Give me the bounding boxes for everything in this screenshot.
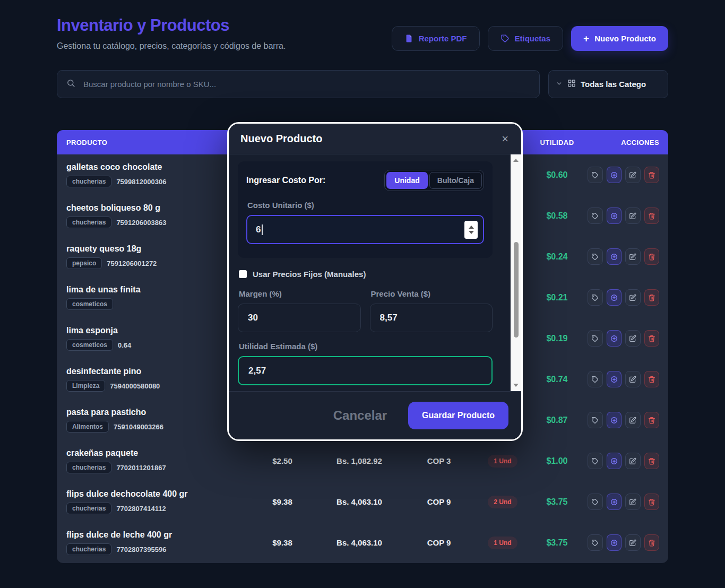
edit-button[interactable] bbox=[625, 534, 641, 551]
tag-action-button[interactable] bbox=[588, 371, 603, 387]
utility-value: $0.21 bbox=[527, 293, 588, 302]
row-actions bbox=[588, 534, 668, 551]
category-badge: Limpieza bbox=[66, 380, 105, 392]
new-product-modal: Nuevo Producto × Ingresar Costo Por: Uni… bbox=[227, 122, 523, 441]
delete-button[interactable] bbox=[644, 453, 660, 469]
row-actions bbox=[588, 289, 668, 306]
product-name: cheetos boliqueso 80 g bbox=[66, 203, 245, 213]
close-icon[interactable]: × bbox=[500, 132, 510, 146]
utility-value: $3.75 bbox=[527, 538, 588, 548]
tag-action-button[interactable] bbox=[588, 207, 603, 224]
labels-label: Etiquetas bbox=[515, 34, 551, 43]
edit-button[interactable] bbox=[625, 207, 641, 224]
estimated-utility-input[interactable] bbox=[238, 356, 493, 385]
add-stock-button[interactable] bbox=[607, 167, 622, 183]
add-stock-button[interactable] bbox=[607, 494, 622, 510]
tag-action-button[interactable] bbox=[588, 534, 603, 551]
bulk-toggle-button[interactable]: Bulto/Caja bbox=[429, 172, 482, 189]
page-title: Inventario y Productos bbox=[57, 16, 286, 35]
product-cell: cheetos boliqueso 80 g chucherias 759120… bbox=[57, 203, 245, 228]
row-actions bbox=[588, 248, 668, 265]
delete-button[interactable] bbox=[644, 167, 660, 183]
edit-button[interactable] bbox=[625, 248, 641, 265]
delete-button[interactable] bbox=[644, 371, 660, 387]
add-stock-button[interactable] bbox=[607, 330, 622, 347]
edit-button[interactable] bbox=[625, 494, 641, 510]
scroll-up-icon[interactable] bbox=[511, 156, 521, 165]
category-badge: cosmeticos bbox=[66, 298, 113, 310]
edit-button[interactable] bbox=[625, 453, 641, 469]
utility-value: $0.60 bbox=[527, 170, 588, 180]
modal-header: Nuevo Producto × bbox=[229, 124, 521, 154]
utility-value: $0.19 bbox=[527, 334, 588, 343]
add-stock-button[interactable] bbox=[607, 207, 622, 224]
add-stock-button[interactable] bbox=[607, 453, 622, 469]
delete-button[interactable] bbox=[644, 412, 660, 428]
add-stock-button[interactable] bbox=[607, 412, 622, 428]
pdf-file-icon bbox=[404, 34, 413, 43]
edit-button[interactable] bbox=[625, 289, 641, 306]
sale-price-input[interactable] bbox=[370, 304, 493, 332]
category-badge: Alimentos bbox=[66, 421, 109, 433]
tag-action-button[interactable] bbox=[588, 453, 603, 469]
margin-input[interactable] bbox=[238, 304, 361, 332]
price-usd: $9.38 bbox=[245, 497, 320, 506]
category-badge: chucherias bbox=[66, 543, 111, 555]
delete-button[interactable] bbox=[644, 534, 660, 551]
labels-button[interactable]: Etiquetas bbox=[488, 26, 564, 51]
report-pdf-button[interactable]: Reporte PDF bbox=[392, 26, 480, 51]
edit-button[interactable] bbox=[625, 330, 641, 347]
number-spinner[interactable] bbox=[464, 221, 478, 239]
add-stock-button[interactable] bbox=[607, 371, 622, 387]
delete-button[interactable] bbox=[644, 248, 660, 265]
tag-icon bbox=[500, 34, 510, 43]
new-product-label: Nuevo Producto bbox=[594, 34, 656, 43]
delete-button[interactable] bbox=[644, 289, 660, 306]
row-actions bbox=[588, 207, 668, 224]
tag-action-button[interactable] bbox=[588, 167, 603, 183]
cancel-button[interactable]: Cancelar bbox=[330, 408, 390, 423]
unit-cost-input[interactable] bbox=[246, 215, 484, 244]
scroll-down-icon[interactable] bbox=[511, 381, 521, 390]
spinner-up-icon[interactable] bbox=[469, 226, 474, 229]
spinner-down-icon[interactable] bbox=[469, 231, 474, 234]
edit-button[interactable] bbox=[625, 412, 641, 428]
product-name: crakeñas paquete bbox=[66, 448, 245, 458]
tag-action-button[interactable] bbox=[588, 248, 603, 265]
tag-action-button[interactable] bbox=[588, 330, 603, 347]
add-stock-button[interactable] bbox=[607, 248, 622, 265]
tag-action-button[interactable] bbox=[588, 412, 603, 428]
sale-price-label: Precio Venta ($) bbox=[371, 289, 493, 298]
product-cell: crakeñas paquete chucherias 770201120186… bbox=[57, 448, 245, 473]
report-pdf-label: Reporte PDF bbox=[419, 34, 467, 43]
toolbar: Todas las Catego bbox=[0, 70, 725, 98]
modal-scrollbar[interactable] bbox=[511, 154, 521, 391]
new-product-button[interactable]: + Nuevo Producto bbox=[571, 26, 668, 51]
fixed-prices-label: Usar Precios Fijos (Manuales) bbox=[253, 270, 366, 279]
edit-button[interactable] bbox=[625, 371, 641, 387]
price-bs: Bs. 1,082.92 bbox=[320, 456, 399, 465]
delete-button[interactable] bbox=[644, 494, 660, 510]
search-input[interactable] bbox=[82, 79, 530, 89]
utility-value: $0.74 bbox=[527, 375, 588, 384]
price-bs: Bs. 4,063.10 bbox=[320, 538, 399, 547]
margin-label: Margen (%) bbox=[239, 289, 361, 298]
topbar: Inventario y Productos Gestiona tu catál… bbox=[0, 0, 725, 51]
category-filter-dropdown[interactable]: Todas las Catego bbox=[548, 70, 668, 98]
edit-button[interactable] bbox=[625, 167, 641, 183]
add-stock-button[interactable] bbox=[607, 534, 622, 551]
delete-button[interactable] bbox=[644, 330, 660, 347]
scrollbar-thumb[interactable] bbox=[514, 242, 519, 338]
cost-mode-label: Ingresar Costo Por: bbox=[246, 176, 325, 185]
tag-action-button[interactable] bbox=[588, 289, 603, 306]
tag-action-button[interactable] bbox=[588, 494, 603, 510]
modal-title: Nuevo Producto bbox=[240, 133, 322, 145]
price-bs: Bs. 4,063.10 bbox=[320, 497, 399, 506]
product-name: flips dulce dechocolate 400 gr bbox=[66, 489, 245, 499]
unit-toggle-button[interactable]: Unidad bbox=[386, 172, 427, 189]
delete-button[interactable] bbox=[644, 207, 660, 224]
fixed-prices-checkbox[interactable] bbox=[239, 270, 247, 278]
product-sku: 7591206001272 bbox=[107, 260, 157, 267]
save-product-button[interactable]: Guardar Producto bbox=[408, 402, 508, 429]
add-stock-button[interactable] bbox=[607, 289, 622, 306]
